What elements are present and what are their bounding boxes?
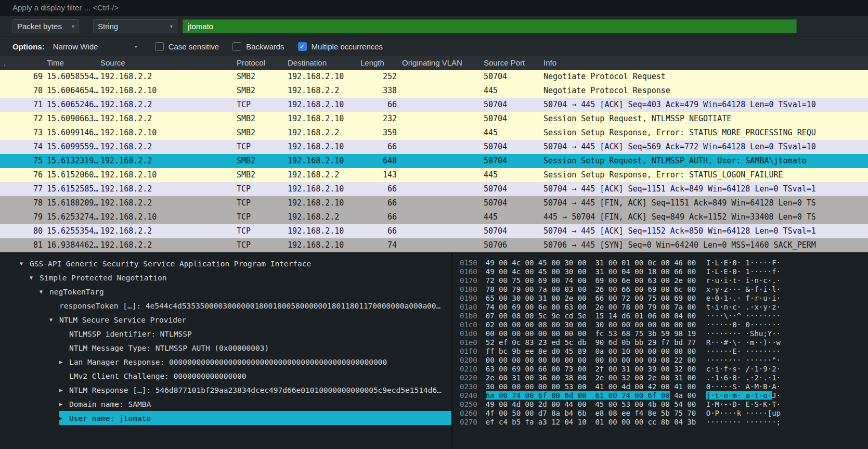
packet-row[interactable]: 7615.6152060…192.168.2.10SMB2192.168.2.2…	[0, 168, 868, 182]
hex-ascii: .·1·6·8· .·2·.·1·	[706, 374, 781, 382]
hex-row[interactable]: 016049 00 4c 00 45 00 30 00 31 00 04 00 …	[460, 267, 868, 276]
hex-ascii: e·0·1·.· f·r·u·i·	[706, 294, 781, 303]
detail-row[interactable]: ▶Lan Manager Response: 00000000000000000…	[0, 355, 451, 369]
detail-row[interactable]: ▼GSS-API Generic Security Service Applic…	[0, 256, 451, 271]
hex-row[interactable]: 02604f 00 50 00 d7 8a b4 6b e8 08 ee f4 …	[460, 409, 868, 418]
hex-row[interactable]: 018078 00 79 00 7a 00 03 00 26 00 66 00 …	[460, 285, 868, 294]
packet-cell-destination: 192.168.2.10	[287, 98, 359, 112]
hex-ascii: ····\··^ ········	[706, 312, 781, 320]
packet-row[interactable]: 7215.6090663…192.168.2.2SMB2192.168.2.10…	[0, 112, 868, 126]
hex-row[interactable]: 01f0ff bc 9b ee 8e d0 45 89 0a 00 10 00 …	[460, 347, 868, 356]
detail-row[interactable]: ▶User name: jtomato	[0, 411, 451, 425]
hex-row[interactable]: 023030 00 00 00 00 00 53 00 41 00 4d 00 …	[460, 382, 868, 391]
hex-ascii-segment: c·i·f·s· /·1·9·2·	[706, 365, 781, 373]
display-filter-bar[interactable]: Apply a display filter ... <Ctrl-/>	[0, 0, 868, 16]
expanded-arrow-icon[interactable]: ▼	[30, 275, 40, 280]
multiple-occurrences-checkbox[interactable]: ✓ Multiple occurrences	[298, 42, 383, 51]
packet-row[interactable]: 7315.6099146…192.168.2.10SMB2192.168.2.2…	[0, 126, 868, 140]
hex-row[interactable]: 0270ef c4 b5 fa a3 12 04 10 01 00 00 00 …	[460, 418, 868, 427]
column-header-vlan[interactable]: Originating VLAN	[401, 56, 483, 69]
expanded-arrow-icon[interactable]: ▼	[49, 317, 59, 323]
multiple-occurrences-label: Multiple occurrences	[312, 42, 383, 51]
packet-row[interactable]: 7915.6253274…192.168.2.10TCP192.168.2.26…	[0, 210, 868, 224]
hex-bytes: 00 00 00 00 00 00 00 00 fc 53 68 75 3b 5…	[486, 329, 700, 338]
packet-row[interactable]: 7715.6152585…192.168.2.2TCP192.168.2.106…	[0, 182, 868, 196]
packet-row[interactable]: 7015.6064654…192.168.2.10SMB2192.168.2.2…	[0, 84, 868, 98]
backwards-checkbox[interactable]: ✓ Backwards	[232, 42, 284, 51]
hex-row[interactable]: 01e052 ef 0c 83 23 ed 5c db 90 6d 0b bb …	[460, 338, 868, 347]
hex-row[interactable]: 019065 00 30 00 31 00 2e 00 66 00 72 00 …	[460, 294, 868, 303]
detail-row[interactable]: responseToken […]: 4e544c4d5353500003000…	[0, 299, 451, 313]
hex-offset: 0250	[460, 400, 477, 409]
hex-row[interactable]: 01a074 00 69 00 6e 00 63 00 2e 00 78 00 …	[460, 303, 868, 312]
search-type-select[interactable]: String ▾	[93, 19, 177, 33]
detail-row[interactable]: ▼NTLM Secure Service Provider	[0, 313, 451, 327]
column-header-time[interactable]: Time	[46, 56, 99, 69]
column-header-source[interactable]: Source	[99, 56, 236, 69]
column-header-no[interactable]: .	[0, 56, 46, 69]
packet-cell-vlan	[401, 196, 483, 210]
packet-cell-time: 15.6065246…	[46, 98, 99, 112]
detail-row[interactable]: ▼Simple Protected Negotiation	[0, 271, 451, 285]
hex-row[interactable]: 02406a 00 74 00 6f 00 6d 00 61 00 74 00 …	[460, 391, 868, 400]
hex-ascii-segment: 0·····S· A·M·B·A·	[706, 382, 781, 391]
wireshark-window: Apply a display filter ... <Ctrl-/> Pack…	[0, 0, 868, 449]
packet-cell-length: 648	[359, 154, 401, 168]
packet-row[interactable]: 7415.6099559…192.168.2.2TCP192.168.2.106…	[0, 140, 868, 154]
hex-bytes: 65 00 30 00 31 00 2e 00 66 00 72 00 75 0…	[486, 294, 700, 303]
detail-row[interactable]: ▶Domain name: SAMBA	[0, 397, 451, 411]
packet-row[interactable]: 7515.6132319…192.168.2.2SMB2192.168.2.10…	[0, 154, 868, 168]
packet-detail-tree: ▼GSS-API Generic Security Service Applic…	[0, 253, 451, 449]
collapsed-arrow-icon[interactable]: ▶	[59, 387, 69, 393]
expanded-arrow-icon[interactable]: ▼	[20, 261, 30, 266]
hex-row[interactable]: 015049 00 4c 00 45 00 30 00 31 00 01 00 …	[460, 259, 868, 267]
packet-row[interactable]: 8116.9384462…192.168.2.2TCP192.168.2.107…	[0, 238, 868, 252]
packet-row[interactable]: 6915.6058554…192.168.2.2SMB2192.168.2.10…	[0, 70, 868, 84]
collapsed-arrow-icon[interactable]: ▶	[59, 415, 69, 421]
packet-row[interactable]: 7815.6188209…192.168.2.2TCP192.168.2.106…	[0, 196, 868, 210]
packet-cell-src_port: 50706	[483, 238, 542, 252]
hex-row[interactable]: 02202e 00 31 00 36 00 38 00 2e 00 32 00 …	[460, 374, 868, 382]
detail-row[interactable]: LMv2 Client Challenge: 0000000000000000	[0, 369, 451, 383]
packet-row[interactable]: 7115.6065246…192.168.2.2TCP192.168.2.106…	[0, 98, 868, 112]
packet-cell-vlan	[401, 126, 483, 140]
packet-cell-time: 15.6132319…	[46, 154, 99, 168]
packet-cell-src_port: 50704	[483, 140, 542, 154]
detail-line: ▼NTLM Secure Service Provider	[49, 313, 451, 327]
case-sensitive-checkbox[interactable]: ✓ Case sensitive	[155, 42, 219, 51]
collapsed-arrow-icon[interactable]: ▶	[59, 401, 69, 407]
packet-cell-time: 15.6090663…	[46, 112, 99, 126]
charset-select[interactable]: Narrow Wide ▾	[49, 40, 141, 54]
hex-row[interactable]: 01d000 00 00 00 00 00 00 00 fc 53 68 75 …	[460, 329, 868, 338]
packet-cell-length: 66	[359, 140, 401, 154]
packet-cell-protocol: TCP	[236, 196, 287, 210]
hex-row[interactable]: 01b007 00 08 00 5c 9e cd 5e 15 14 d6 01 …	[460, 312, 868, 320]
collapsed-arrow-icon[interactable]: ▶	[59, 359, 69, 365]
expanded-arrow-icon[interactable]: ▼	[40, 289, 49, 294]
hex-bytes: 74 00 69 00 6e 00 63 00 2e 00 78 00 79 0…	[486, 303, 700, 312]
column-header-info[interactable]: Info	[542, 56, 868, 69]
column-header-length[interactable]: Length	[359, 56, 401, 69]
hex-bytes-segment: 02 00 00 00 08 00 30 00 30 00 00 00 00 0…	[486, 320, 696, 329]
display-filter-placeholder: Apply a display filter ... <Ctrl-/>	[12, 3, 119, 12]
hex-ascii: I·L·E·0· 1·····f·	[706, 267, 781, 276]
hex-row[interactable]: 01c002 00 00 00 08 00 30 00 30 00 00 00 …	[460, 320, 868, 329]
hex-row[interactable]: 020000 00 00 00 00 00 00 00 00 00 00 00 …	[460, 356, 868, 365]
detail-row[interactable]: NTLM Message Type: NTLMSSP_AUTH (0x00000…	[0, 341, 451, 355]
detail-row[interactable]: ▼negTokenTarg	[0, 285, 451, 299]
hex-row[interactable]: 017072 00 75 00 69 00 74 00 69 00 6e 00 …	[460, 276, 868, 285]
search-scope-select[interactable]: Packet bytes ▾	[12, 19, 79, 33]
search-input[interactable]	[183, 19, 797, 33]
column-header-src_port[interactable]: Source Port	[483, 56, 542, 69]
packet-row[interactable]: 8015.6255354…192.168.2.2TCP192.168.2.106…	[0, 224, 868, 238]
hex-bytes-highlight: 6a 00 74 00 6f 00 6d 00 61 00 74 00 6f 0…	[486, 391, 670, 400]
hex-row[interactable]: 025049 00 4d 00 2d 00 44 00 45 00 53 00 …	[460, 400, 868, 409]
hex-offset: 0270	[460, 418, 477, 427]
hex-row[interactable]: 021063 00 69 00 66 00 73 00 2f 00 31 00 …	[460, 365, 868, 374]
detail-row[interactable]: ▶NTLM Response […]: 546d877101bf29aa2383…	[0, 383, 451, 397]
column-header-destination[interactable]: Destination	[287, 56, 359, 69]
column-header-protocol[interactable]: Protocol	[236, 56, 287, 69]
detail-row[interactable]: NTLMSSP identifier: NTLMSSP	[0, 327, 451, 341]
hex-ascii: ······E· ········	[706, 347, 781, 356]
hex-bytes: 00 00 00 00 00 00 00 00 00 00 00 00 09 0…	[486, 356, 700, 365]
